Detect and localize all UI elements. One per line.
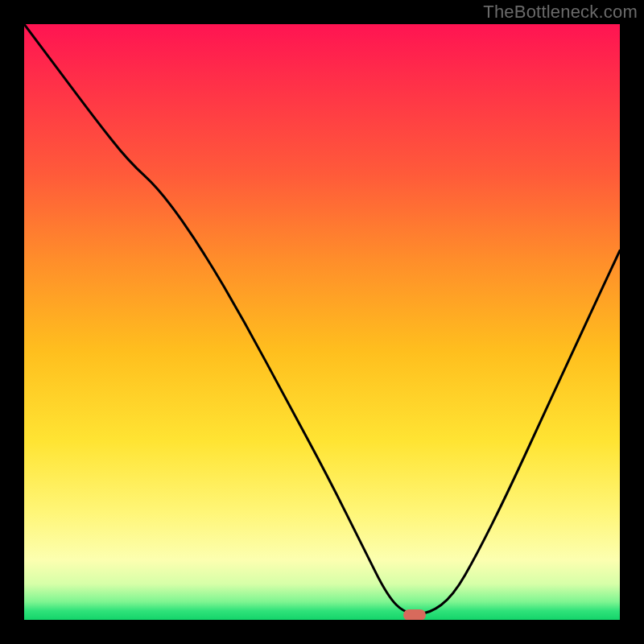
plot-area [24,24,620,620]
watermark-text: TheBottleneck.com [483,2,638,23]
optimum-marker [403,609,426,620]
bottleneck-curve [24,24,620,620]
chart-frame: TheBottleneck.com [0,0,644,644]
